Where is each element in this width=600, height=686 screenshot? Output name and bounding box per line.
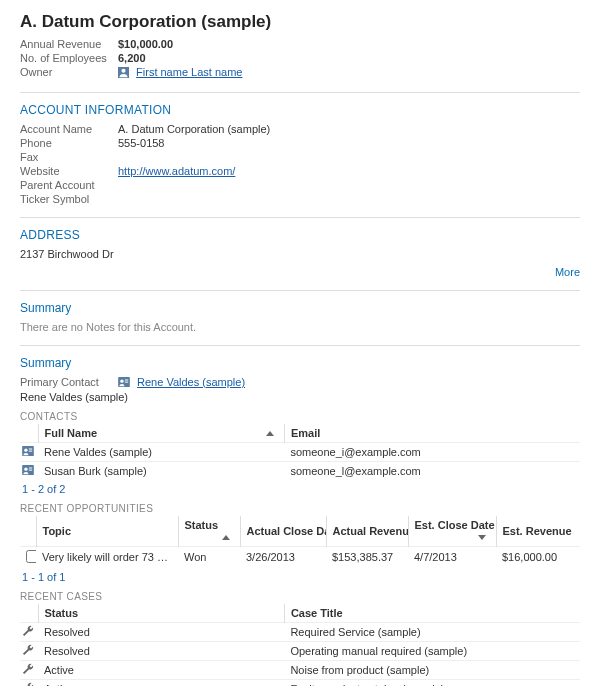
case-status: Resolved xyxy=(38,622,284,641)
opp-est-rev: $16,000.00 xyxy=(496,546,580,568)
annual-revenue-value: $10,000.00 xyxy=(118,38,173,50)
opp-col-est-close[interactable]: Est. Close Date xyxy=(408,516,496,547)
table-row[interactable]: ResolvedRequired Service (sample) xyxy=(20,622,580,641)
person-icon xyxy=(118,67,129,80)
notes-empty-text: There are no Notes for this Account. xyxy=(20,321,580,333)
wrench-icon xyxy=(22,665,34,677)
employees-label: No. of Employees xyxy=(20,52,118,64)
website-link[interactable]: http://www.adatum.com/ xyxy=(118,165,235,177)
svg-rect-8 xyxy=(29,448,32,449)
contact-name: Rene Valdes (sample) xyxy=(38,442,284,461)
opp-col-topic[interactable]: Topic xyxy=(36,516,178,547)
opp-col-actual-rev[interactable]: Actual Revenue xyxy=(326,516,408,547)
contact-name: Susan Burk (sample) xyxy=(38,461,284,480)
svg-rect-13 xyxy=(29,469,32,470)
opp-col-status[interactable]: Status xyxy=(178,516,240,547)
fax-label: Fax xyxy=(20,151,118,163)
parent-account-label: Parent Account xyxy=(20,179,118,191)
svg-point-7 xyxy=(24,448,27,451)
account-name-value: A. Datum Corporation (sample) xyxy=(118,123,270,135)
account-name-label: Account Name xyxy=(20,123,118,135)
divider xyxy=(20,217,580,218)
case-status: Active xyxy=(38,679,284,686)
cases-header: RECENT CASES xyxy=(20,591,580,602)
svg-rect-4 xyxy=(125,379,128,380)
employees-value: 6,200 xyxy=(118,52,146,64)
owner-label: Owner xyxy=(20,66,118,80)
svg-rect-5 xyxy=(125,381,128,382)
table-row[interactable]: Very likely will order 73 Produc…Won3/26… xyxy=(20,546,580,568)
table-row[interactable]: ResolvedOperating manual required (sampl… xyxy=(20,641,580,660)
table-row[interactable]: ActiveNoise from product (sample) xyxy=(20,660,580,679)
phone-label: Phone xyxy=(20,137,118,149)
opp-col-est-rev[interactable]: Est. Revenue xyxy=(496,516,580,547)
employees-row: No. of Employees 6,200 xyxy=(20,52,580,64)
cases-table: Status Case Title ResolvedRequired Servi… xyxy=(20,604,580,686)
case-title: Required Service (sample) xyxy=(284,622,580,641)
opportunities-table: Topic Status Actual Close Date Actual Re… xyxy=(20,516,580,568)
sort-asc-icon xyxy=(222,535,230,540)
cases-col-status[interactable]: Status xyxy=(38,604,284,623)
annual-revenue-row: Annual Revenue $10,000.00 xyxy=(20,38,580,50)
opp-actual-rev: $153,385.37 xyxy=(326,546,408,568)
website-label: Website xyxy=(20,165,118,177)
contact-card-icon xyxy=(22,446,34,458)
summary-notes-header: Summary xyxy=(20,301,580,315)
address-header: ADDRESS xyxy=(20,228,580,242)
opp-est-close: 4/7/2013 xyxy=(408,546,496,568)
wrench-icon xyxy=(22,646,34,658)
annual-revenue-label: Annual Revenue xyxy=(20,38,118,50)
primary-contact-name: Rene Valdes (sample) xyxy=(20,391,580,403)
primary-contact-row: Primary Contact Rene Valdes (sample) xyxy=(20,376,580,389)
case-title: Noise from product (sample) xyxy=(284,660,580,679)
opp-checkbox[interactable] xyxy=(26,550,36,563)
opportunities-pager[interactable]: 1 - 1 of 1 xyxy=(22,571,580,583)
owner-link[interactable]: First name Last name xyxy=(136,66,242,78)
owner-row: Owner First name Last name xyxy=(20,66,580,80)
table-row[interactable]: Rene Valdes (sample)someone_i@example.co… xyxy=(20,442,580,461)
opp-status: Won xyxy=(178,546,240,568)
opp-col-actual-close[interactable]: Actual Close Date xyxy=(240,516,326,547)
address-more-link[interactable]: More xyxy=(555,266,580,278)
opp-topic: Very likely will order 73 Produc… xyxy=(36,546,178,568)
account-info-header: ACCOUNT INFORMATION xyxy=(20,103,580,117)
address-line1: 2137 Birchwood Dr xyxy=(20,248,580,260)
cases-col-title[interactable]: Case Title xyxy=(284,604,580,623)
case-title: Operating manual required (sample) xyxy=(284,641,580,660)
table-row[interactable]: ActiveFaulty product catalog (sample) xyxy=(20,679,580,686)
wrench-icon xyxy=(22,627,34,639)
svg-point-11 xyxy=(24,467,27,470)
table-row[interactable]: Susan Burk (sample)someone_l@example.com xyxy=(20,461,580,480)
sort-asc-icon xyxy=(266,431,274,436)
case-title: Faulty product catalog (sample) xyxy=(284,679,580,686)
contact-email: someone_i@example.com xyxy=(284,442,580,461)
summary-main-header: Summary xyxy=(20,356,580,370)
opp-actual-close: 3/26/2013 xyxy=(240,546,326,568)
sort-desc-icon xyxy=(478,535,486,540)
divider xyxy=(20,345,580,346)
svg-rect-9 xyxy=(29,450,32,451)
case-status: Active xyxy=(38,660,284,679)
contacts-header: CONTACTS xyxy=(20,411,580,422)
opportunities-header: RECENT OPPORTUNITIES xyxy=(20,503,580,514)
contact-card-icon xyxy=(118,377,130,389)
contacts-col-fullname[interactable]: Full Name xyxy=(38,424,284,443)
svg-point-1 xyxy=(121,68,125,72)
case-status: Resolved xyxy=(38,641,284,660)
ticker-label: Ticker Symbol xyxy=(20,193,118,205)
divider xyxy=(20,92,580,93)
contacts-col-email[interactable]: Email xyxy=(284,424,580,443)
contacts-pager[interactable]: 1 - 2 of 2 xyxy=(22,483,580,495)
contact-email: someone_l@example.com xyxy=(284,461,580,480)
contact-card-icon xyxy=(22,465,34,477)
page-title: A. Datum Corporation (sample) xyxy=(20,12,580,32)
divider xyxy=(20,290,580,291)
svg-point-3 xyxy=(120,379,123,382)
phone-value: 555-0158 xyxy=(118,137,165,149)
contacts-table: Full Name Email Rene Valdes (sample)some… xyxy=(20,424,580,480)
primary-contact-link[interactable]: Rene Valdes (sample) xyxy=(137,376,245,388)
primary-contact-label: Primary Contact xyxy=(20,376,118,389)
svg-rect-12 xyxy=(29,467,32,468)
